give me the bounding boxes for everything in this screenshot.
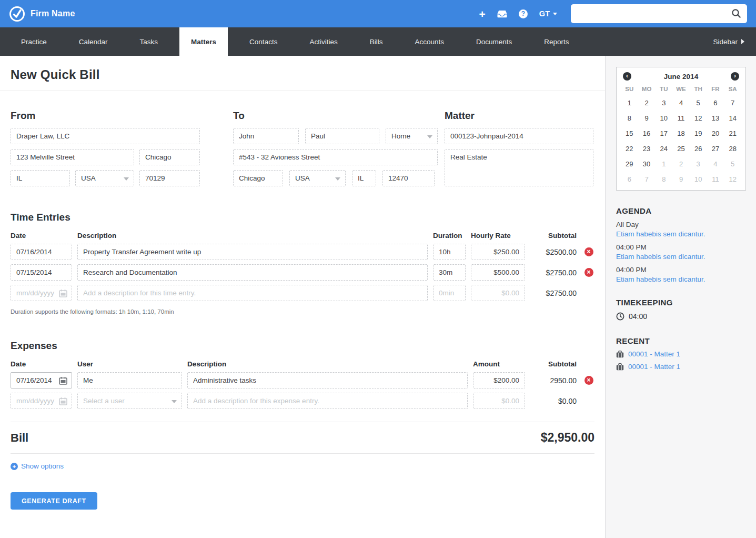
recent-matter-link[interactable]: 00001 - Matter 1 <box>628 350 680 358</box>
calendar-day[interactable]: 21 <box>724 126 741 141</box>
calendar-day[interactable]: 2 <box>672 156 690 172</box>
calendar-day[interactable]: 18 <box>672 126 690 141</box>
to-country-select[interactable]: USA <box>289 170 346 186</box>
tab-accounts[interactable]: Accounts <box>404 27 455 56</box>
calendar-day[interactable]: 9 <box>638 111 656 126</box>
time-entry-date-input[interactable] <box>11 285 72 301</box>
calendar-day[interactable]: 7 <box>724 95 741 111</box>
calendar-day[interactable]: 9 <box>672 172 690 187</box>
expense-user-select[interactable]: Select a user <box>77 393 182 409</box>
calendar-prev-icon[interactable]: ‹ <box>623 72 631 81</box>
calendar-day[interactable]: 30 <box>638 156 656 172</box>
help-icon[interactable]: ? <box>519 9 528 18</box>
calendar-day[interactable]: 12 <box>724 172 741 187</box>
calendar-day[interactable]: 28 <box>724 141 741 156</box>
time-entry-rate-input[interactable] <box>471 285 525 301</box>
delete-row-icon[interactable]: × <box>584 247 593 256</box>
time-entry-date-input[interactable] <box>11 264 72 281</box>
show-options-link[interactable]: + Show options <box>11 462 64 470</box>
calendar-day[interactable]: 8 <box>621 111 638 126</box>
add-icon[interactable]: + <box>479 8 486 19</box>
calendar-day[interactable]: 3 <box>655 95 672 111</box>
calendar-day[interactable]: 12 <box>690 111 707 126</box>
from-country-select[interactable]: USA <box>75 170 134 186</box>
time-entry-duration-input[interactable] <box>433 264 466 281</box>
calendar-day[interactable]: 7 <box>638 172 656 187</box>
calendar-day[interactable]: 16 <box>638 126 656 141</box>
to-first-name-input[interactable] <box>233 128 299 144</box>
tab-calendar[interactable]: Calendar <box>68 27 118 56</box>
tab-practice[interactable]: Practice <box>11 27 57 56</box>
time-entry-description-input[interactable] <box>77 264 428 281</box>
calendar-day[interactable]: 19 <box>690 126 707 141</box>
time-entry-description-input[interactable] <box>77 285 428 301</box>
expense-date-input[interactable] <box>11 372 72 388</box>
calendar-day[interactable]: 4 <box>672 95 690 111</box>
from-state-input[interactable] <box>11 170 70 186</box>
to-zip-input[interactable] <box>382 170 435 186</box>
tab-matters[interactable]: Matters <box>179 27 228 56</box>
expense-date-input[interactable] <box>11 393 72 409</box>
expense-amount-input[interactable] <box>473 372 525 388</box>
calendar-day[interactable]: 4 <box>707 156 724 172</box>
calendar-day[interactable]: 22 <box>621 141 638 156</box>
calendar-day[interactable]: 1 <box>655 156 672 172</box>
calendar-day[interactable]: 23 <box>638 141 656 156</box>
calendar-day[interactable]: 8 <box>655 172 672 187</box>
time-entry-duration-input[interactable] <box>433 285 466 301</box>
to-state-input[interactable] <box>352 170 376 186</box>
matter-number-input[interactable] <box>445 128 593 144</box>
calendar-day[interactable]: 2 <box>638 95 656 111</box>
inbox-icon[interactable] <box>497 10 507 18</box>
tab-contacts[interactable]: Contacts <box>239 27 288 56</box>
expense-description-input[interactable] <box>187 372 468 388</box>
time-entry-rate-input[interactable] <box>471 264 525 281</box>
calendar-day[interactable]: 15 <box>621 126 638 141</box>
calendar-day[interactable]: 26 <box>690 141 707 156</box>
expense-user-input[interactable] <box>77 372 182 388</box>
tab-activities[interactable]: Activities <box>299 27 348 56</box>
user-menu[interactable]: GT <box>539 9 557 18</box>
from-zip-input[interactable] <box>139 170 200 186</box>
time-entry-duration-input[interactable] <box>433 244 466 260</box>
calendar-next-icon[interactable]: › <box>731 72 739 81</box>
to-address-type-select[interactable]: Home <box>386 128 438 144</box>
calendar-day[interactable]: 29 <box>621 156 638 172</box>
generate-draft-button[interactable]: GENERATE DRAFT <box>11 492 97 510</box>
search-input[interactable] <box>571 4 747 23</box>
expense-description-input[interactable] <box>187 393 468 409</box>
calendar-day[interactable]: 27 <box>707 141 724 156</box>
tab-bills[interactable]: Bills <box>359 27 394 56</box>
calendar-day[interactable]: 5 <box>690 95 707 111</box>
from-street-input[interactable] <box>11 149 134 165</box>
agenda-event-link[interactable]: Etiam habebis sem dicantur. <box>616 275 705 283</box>
brand[interactable]: Firm Name <box>9 6 75 22</box>
from-city-input[interactable] <box>139 149 200 165</box>
calendar-day[interactable]: 5 <box>724 156 741 172</box>
calendar-day[interactable]: 11 <box>672 111 690 126</box>
calendar-day[interactable]: 11 <box>707 172 724 187</box>
search-icon[interactable] <box>731 8 741 20</box>
delete-row-icon[interactable]: × <box>584 376 593 385</box>
from-firm-input[interactable] <box>11 128 200 144</box>
calendar-day[interactable]: 10 <box>655 111 672 126</box>
calendar-day[interactable]: 25 <box>672 141 690 156</box>
calendar-day[interactable]: 6 <box>707 95 724 111</box>
calendar-day[interactable]: 6 <box>621 172 638 187</box>
to-last-name-input[interactable] <box>305 128 379 144</box>
calendar-day[interactable]: 24 <box>655 141 672 156</box>
calendar-day[interactable]: 14 <box>724 111 741 126</box>
sidebar-toggle[interactable]: Sidebar <box>701 27 756 56</box>
to-city-input[interactable] <box>233 170 283 186</box>
calendar-day[interactable]: 1 <box>621 95 638 111</box>
matter-description-input[interactable]: Real Estate <box>445 149 593 186</box>
to-street-input[interactable] <box>233 149 438 165</box>
time-entry-rate-input[interactable] <box>471 244 525 260</box>
time-entry-description-input[interactable] <box>77 244 428 260</box>
agenda-event-link[interactable]: Etiam habebis sem dicantur. <box>616 253 705 261</box>
agenda-event-link[interactable]: Etiam habebis sem dicantur. <box>616 230 705 238</box>
calendar-day[interactable]: 20 <box>707 126 724 141</box>
calendar-day[interactable]: 10 <box>690 172 707 187</box>
recent-matter-link[interactable]: 00001 - Matter 1 <box>628 363 680 371</box>
time-entry-date-input[interactable] <box>11 244 72 260</box>
